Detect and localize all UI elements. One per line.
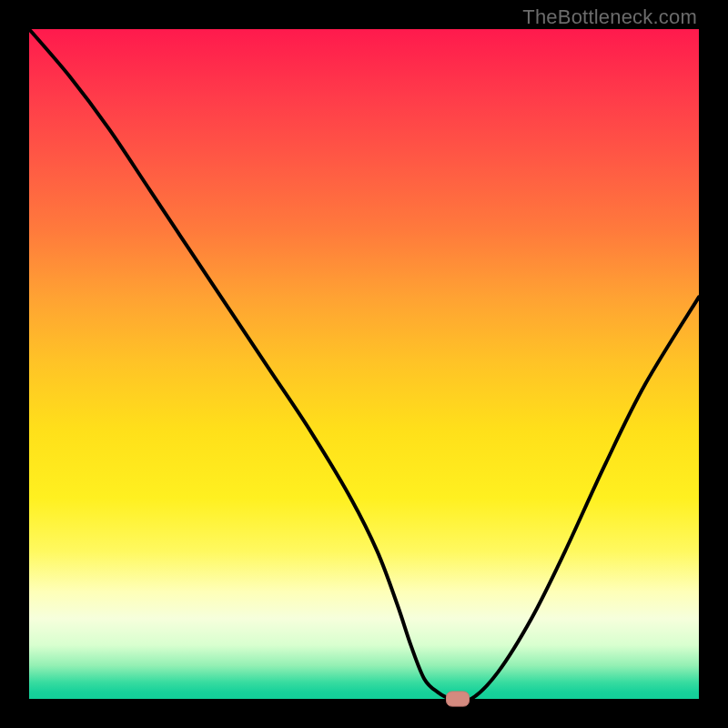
plot-area — [29, 29, 699, 699]
chart-frame: TheBottleneck.com — [0, 0, 728, 728]
optimum-marker — [447, 692, 470, 706]
watermark-text: TheBottleneck.com — [522, 5, 697, 29]
bottleneck-curve — [29, 29, 699, 701]
chart-svg — [29, 29, 699, 699]
